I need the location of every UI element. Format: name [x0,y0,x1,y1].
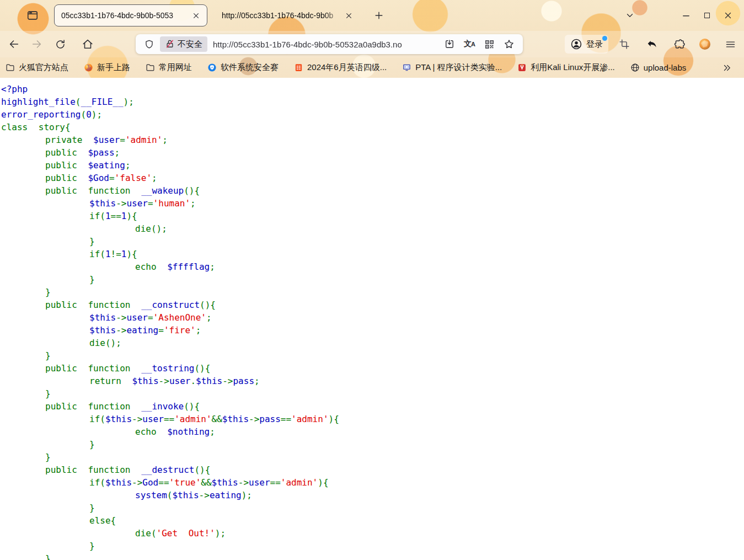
code-token: __FILE__ [81,97,124,107]
tab-inactive[interactable]: http://05cc33b1-1b76-4bdc-9b0b [215,4,360,26]
url-text[interactable]: http://05cc33b1-1b76-4bdc-9b0b-50532a0a9… [213,40,441,49]
bookmark-label: 常用网址 [159,62,192,73]
code-token: -> [132,414,142,424]
code-token: system [135,490,167,500]
account-login-button[interactable]: 登录 [565,35,608,54]
code-token: ; [115,147,120,158]
code-token: 'AshenOne' [153,312,206,323]
translate-icon[interactable]: 文A [461,35,478,54]
code-token: -> [116,312,126,323]
code-token: $this [89,325,116,335]
code-token: 0 [86,109,92,120]
code-token: private [45,135,93,145]
page-content: <?phphighlight_file(__FILE__);error_repo… [0,78,744,560]
code-line: } [1,438,744,451]
close-tab-icon[interactable] [190,10,201,21]
window-close-icon[interactable] [718,6,738,25]
code-token: = [120,135,125,145]
code-token: (){ [184,185,200,196]
code-token: public function [45,185,141,196]
code-token: 1 [105,211,111,221]
code-line: die(); [1,222,744,235]
folder-icon [6,63,15,72]
urlbar-actions: 文A [441,35,517,54]
qr-code-icon[interactable] [481,35,497,54]
bookmark-label: 利用Kali Linux开展渗... [531,62,615,73]
code-token: if( [89,477,105,488]
bookmarks-overflow-chevron-icon[interactable] [718,58,736,77]
tab-active[interactable]: 05cc33b1-1b76-4bdc-9b0b-5053 [54,4,207,26]
window-maximize-icon[interactable] [697,6,718,25]
forward-icon[interactable] [28,35,46,54]
bookmark-item[interactable]: upload-labs [630,63,687,72]
code-token: user [126,198,148,209]
code-token: && [201,477,211,488]
close-tab-icon[interactable] [343,10,354,21]
bookmark-item[interactable]: 常用网址 [146,62,192,73]
screenshot-crop-icon[interactable] [615,35,634,54]
bookmark-star-icon[interactable] [501,35,517,54]
address-bar[interactable]: 不安全 http://05cc33b1-1b76-4bdc-9b0b-50532… [136,34,523,54]
code-line: } [1,235,744,248]
save-page-icon[interactable] [441,35,458,54]
folder-icon [146,63,155,72]
code-line: } [1,273,744,286]
bookmark-item[interactable]: 利用Kali Linux开展渗... [517,62,615,73]
code-token: = [109,173,115,183]
security-chip[interactable]: 不安全 [160,36,207,52]
code-token: 1 [105,249,111,259]
code-token: == [281,414,291,424]
new-tab-icon[interactable] [370,6,388,25]
code-token: $this [89,198,116,209]
bookmark-item[interactable]: 火狐官方站点 [6,62,68,73]
code-token: ; [210,426,215,437]
window-minimize-icon[interactable] [676,6,697,25]
code-token: ){ [126,249,137,259]
undo-arrow-icon[interactable] [643,35,661,54]
code-token: God [142,477,158,488]
code-token: highlight_file [1,97,76,107]
back-icon[interactable] [4,35,23,54]
code-line: echo $nothing; [1,425,744,438]
code-token: } [45,287,51,297]
code-token: public function [45,300,141,310]
bookmark-item[interactable]: 软件系统安全赛 [207,62,279,73]
notification-dot [602,36,607,41]
code-token: ; [190,198,196,209]
firefox-view-icon[interactable] [23,6,42,25]
home-icon[interactable] [78,35,97,54]
menu-hamburger-icon[interactable] [721,35,740,54]
list-all-tabs-chevron-icon[interactable] [620,6,639,25]
code-token: != [111,249,121,259]
document-icon [294,63,303,72]
reload-icon[interactable] [51,35,69,54]
code-line: $this->eating='fire'; [1,324,744,337]
code-token: class story{ [1,122,71,132]
code-line: <?php [1,83,744,95]
bookmark-label: 2024年6月英语四级... [307,62,387,73]
code-line: if($this->user=='admin'&&$this->pass=='a… [1,413,744,425]
extensions-puzzle-icon[interactable] [670,35,689,54]
code-token: 'human' [153,198,190,209]
code-token: ); [242,490,252,500]
code-token: ; [206,312,212,323]
code-token: ); [92,109,102,120]
bookmark-item[interactable]: 2024年6月英语四级... [294,62,387,73]
code-token: user [169,376,191,386]
bookmark-item[interactable]: 新手上路 [84,62,130,73]
code-token: = [158,325,164,335]
code-line: else{ [1,514,744,527]
code-token: ){ [318,477,328,488]
shield-icon[interactable] [141,35,157,54]
bookmark-item[interactable]: PTA | 程序设计类实验... [402,62,502,73]
code-token: public function [45,401,141,412]
custom-extension-icon[interactable] [695,35,714,54]
browser-chrome: 05cc33b1-1b76-4bdc-9b0b-5053 http://05cc… [0,0,744,78]
code-token: if( [89,211,105,221]
code-line: class story{ [1,121,744,134]
code-line: } [1,387,744,400]
code-token: 'admin' [174,414,211,424]
code-token: ); [124,97,134,107]
code-token: -> [159,376,169,386]
code-token: = [148,312,153,323]
